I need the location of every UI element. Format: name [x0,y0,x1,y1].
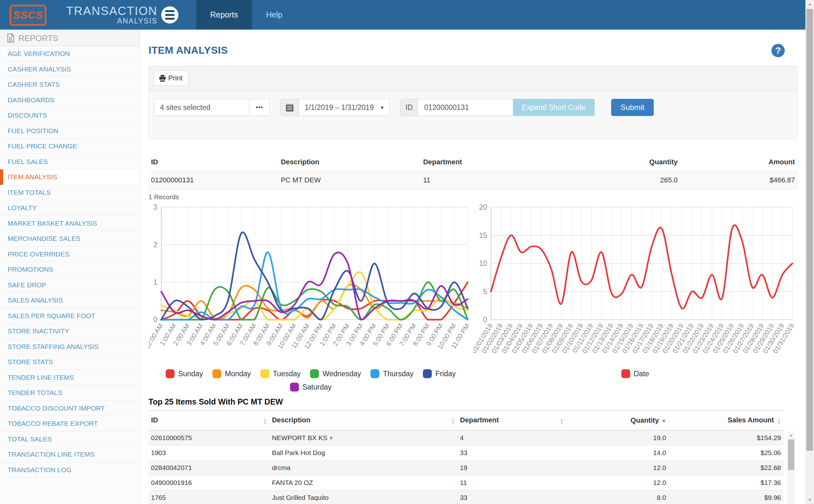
legend-swatch [370,369,379,378]
nav-tab-help[interactable]: Help [252,0,296,30]
sidebar-item-fuel-sales[interactable]: FUEL SALES [0,154,140,170]
page-scrollbar[interactable]: ▲ ▼ [805,0,814,504]
print-button[interactable]: Print [154,71,188,86]
top25-col-department[interactable]: Department▲▼ [458,411,566,430]
sscs-logo: SSCS [10,5,46,26]
sidebar-item-total-sales[interactable]: TOTAL SALES [0,432,140,447]
daily-date-chart: 0510152001/01/201901/02/201901/03/201901… [473,202,798,392]
sidebar-item-tender-line-items[interactable]: TENDER LINE ITEMS [0,370,140,385]
sidebar-item-fuel-price-change[interactable]: FUEL PRICE CHANGE [0,139,140,154]
table-row: 02840042071drcma1912.0$22.68 [148,460,783,475]
cell: 1903 [148,446,269,460]
sidebar-item-safe-drop[interactable]: SAFE DROP [0,277,140,293]
legend-swatch [166,369,174,378]
id-label: ID [400,99,418,116]
sidebar-item-sales-analysis[interactable]: SALES ANALYSIS [0,293,140,308]
legend-item-tuesday: Tuesday [260,369,300,378]
sidebar-item-transaction-log[interactable]: TRANSACTION LOG [0,462,140,478]
sidebar-item-market-basket-analysis[interactable]: MARKET BASKET ANALYSIS [0,216,140,231]
sidebar-item-dashboards[interactable]: DASHBOARDS [0,92,140,108]
cell: 12.0 [566,460,669,475]
sidebar-item-store-inactivity[interactable]: STORE INACTIVITY [0,324,140,339]
sidebar-item-merchandise-sales[interactable]: MERCHANDISE SALES [0,231,140,247]
svg-text:3: 3 [153,203,157,211]
menu-icon[interactable] [161,6,178,24]
cell: $9.96 [669,490,783,504]
top25-col-description[interactable]: Description▲▼ [269,411,457,430]
help-button[interactable]: ? [771,44,785,57]
svg-text:20: 20 [479,203,487,211]
submit-button[interactable]: Submit [611,99,654,116]
date-range-value[interactable]: 1/1/2019 – 1/31/2019 ▾ [298,99,389,116]
brand-line2: ANALYSIS [66,17,157,25]
hourly-weekday-chart-plot: 012312:00 AM1:00 AM2:00 AM3:00 AM4:00 AM… [148,202,473,367]
sidebar-item-price-overrides[interactable]: PRICE OVERRIDES [0,247,140,262]
sidebar-item-item-totals[interactable]: ITEM TOTALS [0,185,140,201]
cell: FANTA 20 OZ [269,475,457,490]
results-col-department: Department [421,153,582,171]
sort-desc-icon: ▼ [661,418,666,424]
cell: 14.0 [566,446,669,460]
main-area: REPORTS AGE VERIFICATIONCASHIER ANALYSIS… [0,30,806,504]
svg-text:10: 10 [479,259,487,268]
sidebar-item-age-verification[interactable]: AGE VERIFICATION [0,46,140,62]
cell: 11 [421,171,582,189]
date-legend: Date [473,369,798,378]
expand-short-code-button[interactable]: Expand Short Code [513,99,595,116]
id-input[interactable] [418,99,513,116]
top25-col-sales-amount[interactable]: Sales Amount▲▼ [669,411,783,430]
sites-selected-value[interactable]: 4 sites selected [154,99,249,116]
scroll-up-icon[interactable]: ▲ [806,0,814,8]
results-col-description: Description [278,153,421,171]
table-scroll-up-icon[interactable]: ▲ [787,431,795,439]
sort-icons: ▲▼ [560,418,564,425]
legend-item-thursday: Thursday [370,369,414,378]
sidebar-item-sales-per-square-foot[interactable]: SALES PER SQUARE FOOT [0,308,140,324]
reports-sidebar: REPORTS AGE VERIFICATIONCASHIER ANALYSIS… [0,31,140,504]
sidebar-item-promotions[interactable]: PROMOTIONS [0,262,140,277]
table-scrollbar-thumb[interactable] [788,439,794,470]
legend-item-date: Date [621,369,649,378]
cell: 33 [458,446,566,460]
nav-tab-reports[interactable]: Reports [196,0,252,30]
legend-swatch [260,369,269,378]
sidebar-item-tender-totals[interactable]: TENDER TOTALS [0,385,140,401]
table-row: 02610000575NEWPORT BX KS +419.0$154.29 [148,430,783,446]
sidebar-item-item-analysis[interactable]: ITEM ANALYSIS [0,169,140,185]
sidebar-item-list: AGE VERIFICATIONCASHIER ANALYSISCASHIER … [0,46,140,478]
sidebar-item-store-staffing-analysis[interactable]: STORE STAFFING ANALYSIS [0,339,140,355]
legend-label: Saturday [302,383,332,392]
sidebar-item-transaction-line-items[interactable]: TRANSACTION LINE ITEMS [0,447,140,462]
top25-col-id[interactable]: ID▲▼ [148,411,269,430]
column-label: Department [460,416,499,424]
table-scrollbar[interactable]: ▲ [787,431,795,504]
sort-icons: ▲▼ [451,418,455,425]
cell: $25.06 [669,446,783,460]
sidebar-item-fuel-position[interactable]: FUEL POSITION [0,123,140,139]
sidebar-item-loyalty[interactable]: LOYALTY [0,200,140,216]
hourly-weekday-chart: 012312:00 AM1:00 AM2:00 AM3:00 AM4:00 AM… [148,202,473,392]
filter-panel-heading: Print [149,66,797,91]
top25-col-quantity[interactable]: Quantity▼ [566,411,669,430]
sidebar-item-tobacco-discount-import[interactable]: TOBACCO DISCOUNT IMPORT [0,401,140,416]
sidebar-item-discounts[interactable]: DISCOUNTS [0,108,140,123]
sites-more-button[interactable]: ••• [249,99,270,116]
table-row: 1903Ball Park Hot Dog3314.0$25.06 [148,446,783,460]
legend-item-sunday: Sunday [166,369,203,378]
scroll-down-icon[interactable]: ▼ [806,496,814,504]
sort-icons: ▲▼ [777,418,781,425]
calendar-addon [280,99,298,116]
sidebar-item-store-stats[interactable]: STORE STATS [0,354,140,370]
top-nav: ReportsHelp [196,0,296,30]
svg-text:0: 0 [153,316,157,324]
sidebar-item-cashier-analysis[interactable]: CASHIER ANALYSIS [0,62,140,77]
sidebar-item-cashier-stats[interactable]: CASHIER STATS [0,77,140,92]
cell: 8.0 [566,490,669,504]
sidebar-item-tobacco-rebate-export[interactable]: TOBACCO REBATE EXPORT [0,416,140,432]
sidebar-header: REPORTS [0,31,140,46]
column-label: Sales Amount [728,416,774,424]
cell: 11 [458,475,566,490]
table-row: 04900001916FANTA 20 OZ1112.0$17.36 [148,475,783,490]
cell: 02610000575 [148,430,269,446]
page-scrollbar-thumb[interactable] [806,9,813,451]
